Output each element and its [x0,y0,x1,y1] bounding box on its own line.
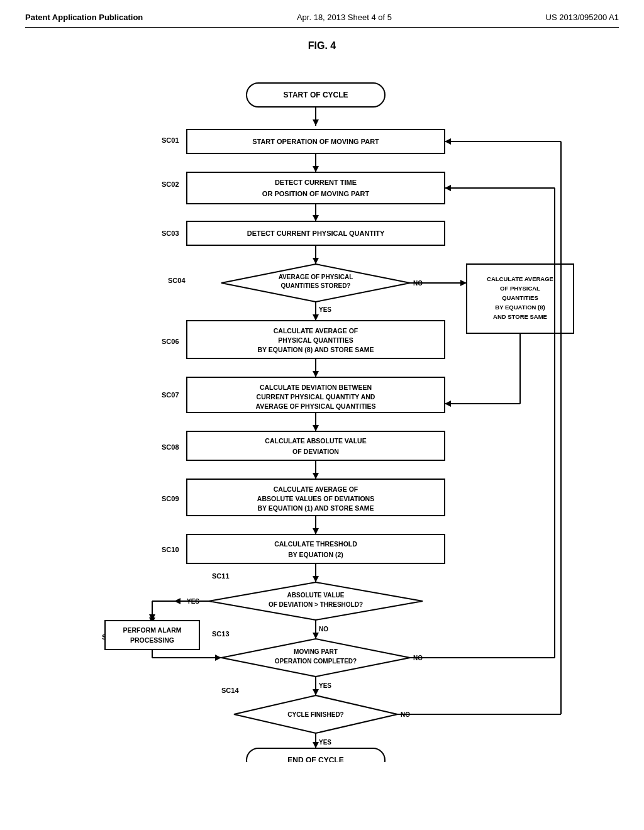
svg-rect-55 [187,431,445,460]
svg-rect-84 [105,621,199,650]
page: Patent Application Publication Apr. 18, … [0,0,644,830]
header-center: Apr. 18, 2013 Sheet 4 of 5 [297,13,392,22]
svg-marker-114 [313,742,319,748]
svg-text:DETECT CURRENT PHYSICAL QUANTI: DETECT CURRENT PHYSICAL QUANTITY [247,230,385,237]
svg-text:SC11: SC11 [212,572,230,580]
svg-text:CALCULATE ABSOLUTE VALUE: CALCULATE ABSOLUTE VALUE [265,437,366,445]
header-left: Patent Application Publication [25,13,143,22]
svg-text:SC13: SC13 [212,630,230,638]
svg-text:BY EQUATION (2): BY EQUATION (2) [288,551,343,558]
svg-text:PERFORM ALARM: PERFORM ALARM [123,626,182,634]
svg-text:AVERAGE OF PHYSICAL: AVERAGE OF PHYSICAL [279,274,353,280]
header-right: US 2013/095200 A1 [546,13,619,22]
svg-text:START OPERATION OF MOVING PART: START OPERATION OF MOVING PART [252,138,379,145]
svg-marker-53 [313,425,319,431]
svg-text:SC09: SC09 [162,495,179,502]
svg-text:PHYSICAL QUANTITIES: PHYSICAL QUANTITIES [278,336,353,344]
svg-marker-91 [313,633,319,639]
svg-marker-72 [313,576,319,582]
svg-text:YES: YES [319,682,331,689]
svg-text:BY EQUATION (8) AND STORE SAME: BY EQUATION (8) AND STORE SAME [257,346,374,353]
svg-text:OR POSITION OF MOVING PART: OR POSITION OF MOVING PART [262,190,370,197]
svg-text:SC06: SC06 [162,338,179,345]
svg-text:CALCULATE DEVIATION BETWEEN: CALCULATE DEVIATION BETWEEN [260,384,372,391]
svg-text:PROCESSING: PROCESSING [130,636,174,644]
svg-text:SC10: SC10 [162,546,179,553]
svg-text:SC02: SC02 [162,180,179,188]
svg-marker-8 [313,166,319,172]
svg-text:CALCULATE AVERAGE: CALCULATE AVERAGE [487,275,553,282]
svg-text:SC03: SC03 [162,230,179,237]
svg-rect-68 [187,534,445,563]
svg-text:CALCULATE THRESHOLD: CALCULATE THRESHOLD [274,540,357,548]
svg-marker-119 [215,655,221,661]
svg-text:BY EQUATION (8): BY EQUATION (8) [495,304,545,311]
svg-text:SC08: SC08 [162,443,179,451]
flowchart-svg: START OF CYCLE SC01 START OPERATION OF M… [52,70,592,762]
svg-text:AVERAGE OF PHYSICAL QUANTITIES: AVERAGE OF PHYSICAL QUANTITIES [256,402,376,410]
svg-text:MOVING PART: MOVING PART [294,648,338,655]
svg-text:CALCULATE AVERAGE OF: CALCULATE AVERAGE OF [274,485,358,493]
svg-text:CYCLE FINISHED?: CYCLE FINISHED? [287,711,343,718]
svg-text:OF DEVIATION: OF DEVIATION [292,448,339,455]
svg-marker-3 [313,119,319,126]
svg-marker-27 [460,280,467,286]
svg-marker-36 [313,314,319,321]
svg-text:OF DEVIATION > THRESHOLD?: OF DEVIATION > THRESHOLD? [269,601,363,608]
svg-text:QUANTITIES STORED?: QUANTITIES STORED? [281,282,351,289]
svg-text:BY EQUATION (1) AND STORE SAME: BY EQUATION (1) AND STORE SAME [257,504,374,512]
svg-marker-112 [445,138,451,145]
svg-marker-59 [313,473,319,479]
svg-marker-103 [313,689,319,695]
svg-text:CURRENT PHYSICAL QUANTITY AND: CURRENT PHYSICAL QUANTITY AND [257,393,375,401]
fig-title: FIG. 4 [25,40,619,52]
svg-text:START OF CYCLE: START OF CYCLE [283,91,348,99]
svg-marker-19 [313,258,319,264]
svg-rect-10 [187,172,445,204]
svg-text:YES: YES [319,739,331,746]
svg-text:SC04: SC04 [168,277,186,284]
svg-text:SC14: SC14 [221,687,239,694]
svg-text:SC07: SC07 [162,391,179,399]
svg-text:SC01: SC01 [162,136,179,144]
svg-text:ABSOLUTE VALUES OF DEVIATIONS: ABSOLUTE VALUES OF DEVIATIONS [257,495,374,502]
svg-marker-101 [445,185,451,191]
svg-text:DETECT CURRENT TIME: DETECT CURRENT TIME [275,179,357,186]
svg-marker-46 [313,371,319,377]
svg-text:NO: NO [319,626,328,633]
svg-text:QUANTITIES: QUANTITIES [502,294,538,301]
svg-text:END OF CYCLE: END OF CYCLE [287,756,343,762]
svg-text:OPERATION COMPLETED?: OPERATION COMPLETED? [275,658,357,665]
svg-marker-14 [313,215,319,221]
header: Patent Application Publication Apr. 18, … [25,13,619,28]
svg-text:AND STORE SAME: AND STORE SAME [493,313,547,320]
svg-text:CALCULATE AVERAGE OF: CALCULATE AVERAGE OF [274,327,358,335]
svg-marker-66 [313,528,319,534]
svg-marker-44 [445,401,451,407]
svg-text:YES: YES [319,306,331,313]
svg-text:OF PHYSICAL: OF PHYSICAL [500,285,540,292]
svg-text:ABSOLUTE VALUE: ABSOLUTE VALUE [287,592,345,599]
